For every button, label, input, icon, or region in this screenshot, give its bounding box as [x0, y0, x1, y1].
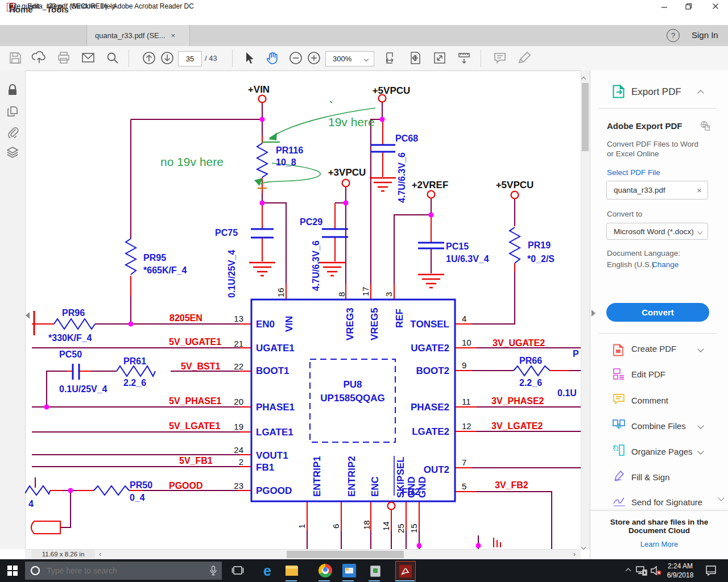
fullscreen-icon[interactable] [432, 51, 447, 65]
email-icon[interactable] [81, 51, 96, 65]
tray-expand-icon[interactable] [621, 564, 635, 577]
svg-text:EN0: EN0 [256, 319, 275, 330]
tab-close-icon[interactable]: × [171, 31, 176, 40]
scroll-up-icon[interactable] [582, 73, 585, 83]
svg-text:PR61: PR61 [123, 356, 146, 366]
page-number-input[interactable] [178, 51, 202, 66]
scroll-right-icon[interactable]: › [573, 550, 576, 558]
tab-document[interactable]: quanta_r33.pdf (SE... × [86, 25, 190, 46]
sign-in-button[interactable]: Sign In [692, 30, 718, 40]
clock-time: 2:24 AM [660, 562, 701, 571]
save-icon[interactable] [8, 51, 23, 65]
svg-text:PR19: PR19 [528, 240, 551, 250]
attachments-paperclip-icon[interactable] [6, 126, 19, 138]
horizontal-scroll-thumb[interactable] [287, 551, 404, 558]
tab-document-label: quanta_r33.pdf (SE... [95, 31, 166, 40]
open-app-indicator [369, 580, 380, 581]
tool-edit-pdf[interactable]: Edit PDF [631, 369, 665, 379]
app-tile-icon[interactable] [342, 564, 356, 577]
tool-send-for-signature[interactable]: Send for Signature [631, 497, 702, 507]
send-for-signature-icon [613, 496, 626, 507]
svg-text:23: 23 [234, 481, 243, 490]
toolbar-separator [232, 50, 233, 67]
pdf-schematic-canvas[interactable]: +VIN +5VPCU +3VPCU +2VREF +5VPCU 19v her… [25, 70, 581, 549]
svg-text:VIN: VIN [284, 316, 295, 332]
start-button[interactable] [0, 559, 25, 582]
tool-organize-pages[interactable]: Organize Pages [631, 447, 693, 456]
menu-window[interactable]: Window [71, 2, 96, 10]
next-page-icon[interactable] [160, 51, 175, 65]
zoom-out-icon[interactable] [288, 51, 303, 65]
print-icon[interactable] [56, 51, 71, 65]
svg-text:OUT2: OUT2 [424, 464, 449, 475]
chrome-icon[interactable] [318, 564, 332, 577]
export-pdf-header[interactable]: Export PDF [631, 86, 681, 98]
convert-button[interactable]: Convert [606, 303, 709, 322]
minimize-button[interactable] [655, 0, 674, 13]
learn-more-link[interactable]: Learn More [590, 540, 728, 548]
net-port-symbol [31, 521, 60, 534]
change-language-link[interactable]: Change [652, 260, 679, 269]
security-lock-icon[interactable] [6, 84, 19, 96]
measure-tool-icon[interactable] [457, 51, 471, 65]
collapse-right-pane-toggle[interactable] [592, 310, 595, 317]
zoom-level-select[interactable]: 300% [325, 51, 374, 66]
combine-files-icon [612, 419, 626, 433]
svg-text:16: 16 [276, 288, 286, 297]
page-thumbnails-icon[interactable] [6, 105, 19, 118]
acrobat-taskbar-icon[interactable] [395, 561, 416, 581]
microphone-icon[interactable] [209, 566, 217, 576]
svg-text:PGOOD: PGOOD [256, 485, 292, 496]
svg-text:7: 7 [462, 458, 466, 467]
select-tool-icon[interactable] [241, 51, 256, 65]
tab-tools[interactable]: Tools [47, 5, 69, 14]
task-view-icon[interactable] [231, 564, 245, 577]
vertical-scroll-thumb[interactable] [582, 83, 589, 151]
file-explorer-icon[interactable] [286, 566, 298, 575]
selected-file-field[interactable]: quanta_r33.pdf × [606, 181, 708, 199]
svg-text:20: 20 [234, 397, 243, 406]
toolbar-separator [481, 50, 481, 67]
menu-help[interactable]: Help [101, 2, 116, 10]
action-center-icon[interactable] [704, 564, 718, 577]
scroll-down-icon[interactable] [582, 541, 585, 551]
zoom-level-value: 300% [333, 55, 351, 63]
layers-icon[interactable] [6, 146, 19, 159]
resistor-pr50 [94, 486, 129, 495]
chevron-down-icon [697, 228, 703, 234]
tool-fill-sign[interactable]: Fill & Sign [631, 472, 670, 482]
edge-icon[interactable]: e [260, 564, 274, 577]
tool-create-pdf[interactable]: Create PDF [631, 344, 676, 354]
page-total: / 43 [205, 54, 217, 63]
device-app-icon[interactable] [369, 564, 382, 577]
fit-page-icon[interactable] [408, 51, 423, 65]
fit-width-icon[interactable] [384, 51, 399, 65]
taskbar-search[interactable] [25, 562, 222, 580]
clear-file-icon[interactable]: × [697, 185, 702, 195]
svg-text:3V_PHASE2: 3V_PHASE2 [491, 396, 544, 406]
share-cloud-icon[interactable] [32, 51, 47, 65]
help-icon[interactable]: ? [667, 29, 680, 42]
tool-comment[interactable]: Comment [631, 396, 668, 405]
convert-format-select[interactable]: Microsoft Word (*.docx) [606, 223, 708, 240]
tool-combine-files[interactable]: Combine Files [631, 421, 686, 431]
svg-text:+3VPCU: +3VPCU [328, 167, 366, 178]
select-pdf-file-link[interactable]: Select PDF File [607, 168, 660, 177]
search-input[interactable] [46, 566, 190, 576]
svg-text:1U/6.3V_4: 1U/6.3V_4 [446, 254, 489, 264]
tab-home[interactable]: Home [9, 5, 33, 14]
svg-text:VOUT1: VOUT1 [256, 450, 288, 461]
network-icon[interactable] [635, 564, 648, 577]
zoom-in-icon[interactable] [307, 51, 321, 65]
scroll-left-icon[interactable]: ‹ [99, 550, 101, 558]
svg-text:3V_UGATE2: 3V_UGATE2 [493, 338, 545, 348]
svg-text:ENC: ENC [370, 476, 380, 497]
restore-button[interactable] [679, 0, 698, 13]
previous-page-icon[interactable] [142, 51, 156, 65]
highlight-tool-icon[interactable] [517, 51, 532, 65]
search-icon[interactable] [105, 51, 120, 65]
hand-tool-icon[interactable] [265, 51, 280, 65]
close-icon[interactable] [706, 0, 725, 13]
taskbar-clock[interactable]: 2:24 AM 6/9/2018 [660, 562, 701, 580]
comment-tool-icon[interactable] [493, 51, 507, 65]
